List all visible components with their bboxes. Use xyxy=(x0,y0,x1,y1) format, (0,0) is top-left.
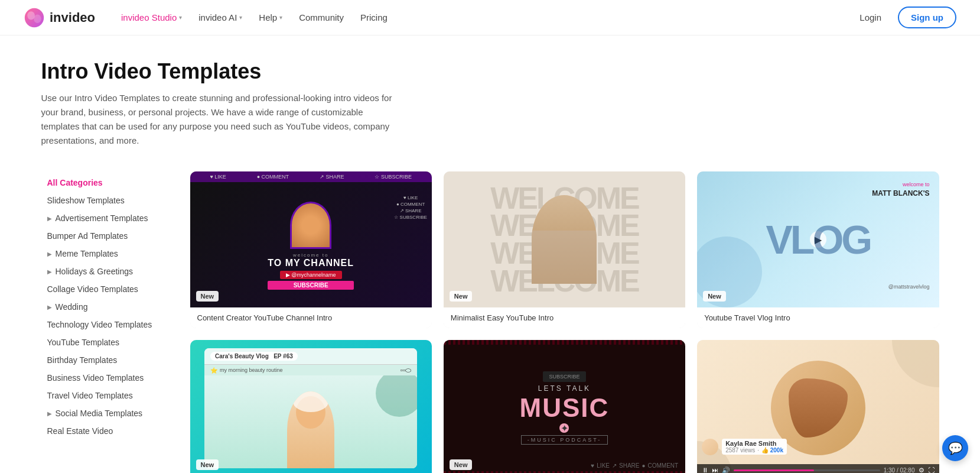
template-card[interactable]: ⏸ ⏭ 🔊 1:30 / 02:80 ⚙ ⛶ Ka xyxy=(697,340,939,473)
template-card[interactable]: VLOG welcome toMATT BLANCK'S @mattstrave… xyxy=(697,171,939,328)
play-icon[interactable]: ⏸ xyxy=(702,466,708,473)
template-name: Content Creator YouTube Channel Intro xyxy=(190,307,432,328)
sidebar-item-label: Social Media Templates xyxy=(56,409,143,418)
template-name: Youtube Travel Vlog Intro xyxy=(697,307,939,328)
sidebar-item-travel[interactable]: Travel Video Templates xyxy=(41,387,171,404)
commenter-info: Kayla Rae Smith 2587 views · 👍 200k xyxy=(722,439,787,455)
sidebar-item-business[interactable]: Business Video Templates xyxy=(41,369,171,387)
fullscreen-icon[interactable]: ⛶ xyxy=(928,466,935,473)
nav-community[interactable]: Community xyxy=(292,8,351,27)
template-card[interactable]: Cara's Beauty Vlog EP #63 ⭐ my morning b… xyxy=(190,340,432,473)
skip-icon[interactable]: ⏭ xyxy=(712,466,718,473)
sidebar-item-all-categories[interactable]: All Categories xyxy=(41,174,171,192)
volume-icon[interactable]: 🔊 xyxy=(722,466,730,474)
nav-help[interactable]: Help ▾ xyxy=(252,8,289,27)
help-chevron-icon: ▾ xyxy=(279,14,282,21)
logo-icon xyxy=(24,7,45,28)
sidebar-item-label: Real Estate Video xyxy=(47,426,113,436)
sidebar-item-label: Holidays & Greetings xyxy=(56,267,134,276)
sidebar-arrow-icon: ▶ xyxy=(47,215,52,222)
commenter-name: Kayla Rae Smith xyxy=(725,440,783,447)
template-name: Minimalist Easy YouTube Intro xyxy=(444,307,685,328)
template-thumbnail: VLOG welcome toMATT BLANCK'S @mattstrave… xyxy=(697,171,939,307)
sidebar-item-label: Birthday Templates xyxy=(47,355,118,365)
sidebar-item-label: Wedding xyxy=(56,302,88,312)
sidebar-item-youtube[interactable]: YouTube Templates xyxy=(41,333,171,351)
ai-chevron-icon: ▾ xyxy=(239,14,242,21)
chat-button[interactable]: 💬 xyxy=(942,435,968,461)
template-thumbnail: WELCOMEWELCOMEWELCOMEWELCOME New xyxy=(444,171,685,307)
templates-grid: ♥ LIKE● COMMENT↗ SHARE☆ SUBSCRIBE welcom… xyxy=(190,171,939,473)
sidebar-arrow-icon: ▶ xyxy=(47,268,52,275)
logo-text: invideo xyxy=(50,10,95,25)
sidebar-item-real-estate[interactable]: Real Estate Video xyxy=(41,422,171,440)
settings-icon[interactable]: ⚙ xyxy=(919,466,924,474)
sidebar-item-slideshow[interactable]: Slideshow Templates xyxy=(41,192,171,209)
video-controls[interactable]: ⏸ ⏭ 🔊 1:30 / 02:80 ⚙ ⛶ xyxy=(697,464,939,474)
sidebar-item-label: Meme Templates xyxy=(56,249,118,258)
template-thumbnail: ♥ LIKE● COMMENT↗ SHARE☆ SUBSCRIBE welcom… xyxy=(190,171,432,307)
nav-links: invideo Studio ▾ invideo AI ▾ Help ▾ Com… xyxy=(114,8,852,27)
sidebar-item-label: Business Video Templates xyxy=(47,373,144,383)
sidebar: All CategoriesSlideshow Templates▶Advert… xyxy=(41,171,171,473)
nav-pricing[interactable]: Pricing xyxy=(353,8,395,27)
main-container: Intro Video Templates Use our Intro Vide… xyxy=(18,35,963,473)
logo[interactable]: invideo xyxy=(24,7,95,28)
avatar xyxy=(702,439,718,455)
sidebar-item-advertisement[interactable]: ▶Advertisement Templates xyxy=(41,209,171,227)
svg-point-1 xyxy=(27,11,35,20)
signup-button[interactable]: Sign up xyxy=(898,7,956,28)
template-card[interactable]: SUBSCRIBE LETS TALK MUSIC ✦ -MUSIC PODCA… xyxy=(444,340,685,473)
sidebar-item-label: Travel Video Templates xyxy=(47,391,133,400)
commenter-area: Kayla Rae Smith 2587 views · 👍 200k xyxy=(702,439,787,455)
sidebar-item-label: Technology Video Templates xyxy=(47,320,152,329)
new-badge: New xyxy=(196,291,219,302)
nav-right: Login Sign up xyxy=(852,7,956,28)
template-card[interactable]: ♥ LIKE● COMMENT↗ SHARE☆ SUBSCRIBE welcom… xyxy=(190,171,432,328)
sidebar-item-label: Slideshow Templates xyxy=(47,196,125,205)
sidebar-item-bumper-ad[interactable]: Bumper Ad Templates xyxy=(41,227,171,245)
template-thumbnail: ⏸ ⏭ 🔊 1:30 / 02:80 ⚙ ⛶ Ka xyxy=(697,340,939,473)
page-description: Use our Intro Video Templates to create … xyxy=(41,91,396,148)
studio-chevron-icon: ▾ xyxy=(179,14,182,21)
svg-point-2 xyxy=(34,14,41,22)
sidebar-item-meme[interactable]: ▶Meme Templates xyxy=(41,245,171,263)
template-thumbnail: Cara's Beauty Vlog EP #63 ⭐ my morning b… xyxy=(190,340,432,473)
sidebar-item-wedding[interactable]: ▶Wedding xyxy=(41,298,171,316)
page-title: Intro Video Templates xyxy=(41,59,939,84)
template-card[interactable]: WELCOMEWELCOMEWELCOMEWELCOME New Minimal… xyxy=(444,171,685,328)
page-header: Intro Video Templates Use our Intro Vide… xyxy=(41,59,939,148)
nav-studio[interactable]: invideo Studio ▾ xyxy=(114,8,189,27)
navbar: invideo invideo Studio ▾ invideo AI ▾ He… xyxy=(0,0,980,35)
sidebar-item-label: YouTube Templates xyxy=(47,338,119,347)
sidebar-item-collage[interactable]: Collage Video Templates xyxy=(41,280,171,298)
sidebar-item-label: All Categories xyxy=(47,178,103,187)
sidebar-arrow-icon: ▶ xyxy=(47,304,52,310)
new-badge: New xyxy=(450,291,473,302)
sidebar-item-social-media[interactable]: ▶Social Media Templates xyxy=(41,404,171,422)
commenter-meta: 2587 views · 👍 200k xyxy=(725,447,783,453)
new-badge: New xyxy=(703,291,726,302)
sidebar-item-birthday[interactable]: Birthday Templates xyxy=(41,351,171,369)
sidebar-item-label: Advertisement Templates xyxy=(56,213,148,223)
nav-ai[interactable]: invideo AI ▾ xyxy=(191,8,249,27)
template-thumbnail: SUBSCRIBE LETS TALK MUSIC ✦ -MUSIC PODCA… xyxy=(444,340,685,473)
sidebar-item-label: Collage Video Templates xyxy=(47,284,138,294)
new-badge: New xyxy=(196,459,219,470)
sidebar-arrow-icon: ▶ xyxy=(47,410,52,417)
login-button[interactable]: Login xyxy=(852,8,888,27)
sidebar-item-technology[interactable]: Technology Video Templates xyxy=(41,316,171,333)
content-area: All CategoriesSlideshow Templates▶Advert… xyxy=(41,171,939,473)
sidebar-item-holidays[interactable]: ▶Holidays & Greetings xyxy=(41,263,171,280)
new-badge: New xyxy=(450,459,473,470)
sidebar-arrow-icon: ▶ xyxy=(47,251,52,257)
sidebar-item-label: Bumper Ad Templates xyxy=(47,231,128,241)
